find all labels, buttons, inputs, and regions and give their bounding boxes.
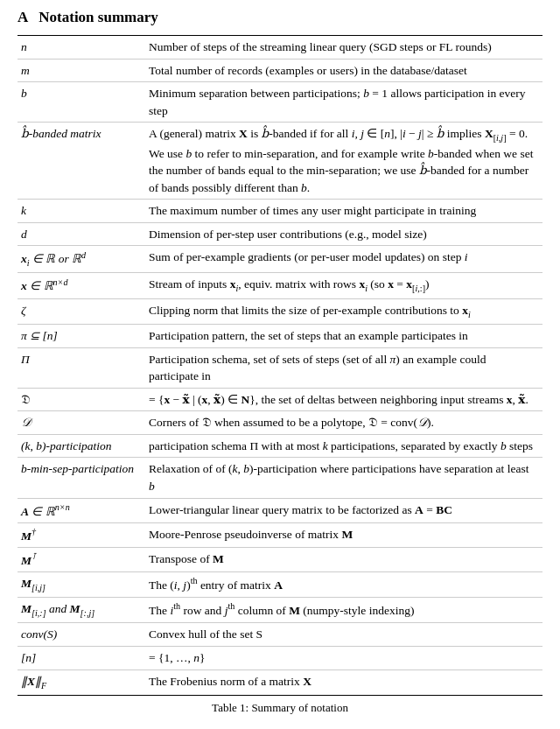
description-cell: Relaxation of of (k, b)-participation wh… xyxy=(149,458,542,498)
description-cell: Sum of per-example gradients (or per-use… xyxy=(149,246,542,273)
table-row: M[i,:] and M[:,j]The ith row and jth col… xyxy=(18,598,542,623)
section-title: Notation summary xyxy=(38,9,158,26)
table-row: x ∈ ℝn×dStream of inputs xi, equiv. matr… xyxy=(18,273,542,298)
symbol-cell: 𝒟 xyxy=(18,411,149,435)
table-row: b-min-sep-participationRelaxation of of … xyxy=(18,458,542,498)
symbol-cell: [n] xyxy=(18,646,149,669)
table-row: π ⊆ [n]Participation pattern, the set of… xyxy=(18,325,542,348)
symbol-cell: A ∈ ℝn×n xyxy=(18,498,149,522)
symbol-cell: M[i,j] xyxy=(18,571,149,597)
symbol-cell: d xyxy=(18,222,149,246)
table-row: M[i,j]The (i, j)th entry of matrix A xyxy=(18,571,542,597)
section-heading: A Notation summary xyxy=(18,9,542,26)
description-cell: Clipping norm that limits the size of pe… xyxy=(149,298,542,324)
symbol-cell: M⊺ xyxy=(18,547,149,571)
description-cell: Transpose of M xyxy=(149,547,542,571)
description-cell: Number of steps of the streaming linear … xyxy=(149,36,542,60)
symbol-cell: (k, b)-participation xyxy=(18,434,149,458)
symbol-cell: ‖X‖F xyxy=(18,669,149,695)
symbol-cell: n xyxy=(18,36,149,60)
symbol-cell: π ⊆ [n] xyxy=(18,325,149,348)
table-caption: Table 1: Summary of notation xyxy=(18,701,542,715)
description-cell: A (general) matrix X is b̂-banded if for… xyxy=(149,123,542,200)
table-row: ‖X‖FThe Frobenius norm of a matrix X xyxy=(18,669,542,695)
description-cell: Corners of 𝔇 when assumed to be a polyto… xyxy=(149,411,542,435)
description-cell: The (i, j)th entry of matrix A xyxy=(149,571,542,597)
description-cell: Participation schema, set of sets of ste… xyxy=(149,347,542,388)
table-row: A ∈ ℝn×nLower-triangular linear query ma… xyxy=(18,498,542,522)
description-cell: Total number of records (examples or use… xyxy=(149,59,542,82)
table-row: nNumber of steps of the streaming linear… xyxy=(18,36,542,60)
notation-table: nNumber of steps of the streaming linear… xyxy=(18,35,542,696)
table-row: ΠParticipation schema, set of sets of st… xyxy=(18,347,542,388)
section-letter: A xyxy=(18,9,28,26)
symbol-cell: b xyxy=(18,82,149,123)
table-row: kThe maximum number of times any user mi… xyxy=(18,200,542,223)
description-cell: = {1, …, n} xyxy=(149,646,542,669)
description-cell: The ith row and jth column of M (numpy-s… xyxy=(149,598,542,623)
description-cell: Participation pattern, the set of steps … xyxy=(149,325,542,348)
description-cell: participation schema Π with at most k pa… xyxy=(149,434,542,458)
table-row: bMinimum separation between participatio… xyxy=(18,82,542,123)
table-row: dDimension of per-step user contribution… xyxy=(18,222,542,246)
table-row: 𝒟Corners of 𝔇 when assumed to be a polyt… xyxy=(18,411,542,435)
table-row: xi ∈ ℝ or ℝdSum of per-example gradients… xyxy=(18,246,542,273)
symbol-cell: 𝔇 xyxy=(18,388,149,411)
description-cell: Convex hull of the set S xyxy=(149,623,542,647)
description-cell: Minimum separation between participation… xyxy=(149,82,542,123)
description-cell: Lower-triangular linear query matrix to … xyxy=(149,498,542,522)
symbol-cell: x ∈ ℝn×d xyxy=(18,273,149,298)
table-row: M†Moore-Penrose pseudoinverse of matrix … xyxy=(18,522,542,547)
symbol-cell: m xyxy=(18,59,149,82)
symbol-cell: xi ∈ ℝ or ℝd xyxy=(18,246,149,273)
symbol-cell: M† xyxy=(18,522,149,547)
description-cell: The Frobenius norm of a matrix X xyxy=(149,669,542,695)
symbol-cell: M[i,:] and M[:,j] xyxy=(18,598,149,623)
symbol-cell: ζ xyxy=(18,298,149,324)
description-cell: Stream of inputs xi, equiv. matrix with … xyxy=(149,273,542,298)
description-cell: Dimension of per-step user contributions… xyxy=(149,222,542,246)
table-row: [n]= {1, …, n} xyxy=(18,646,542,669)
symbol-cell: conv(S) xyxy=(18,623,149,647)
symbol-cell: Π xyxy=(18,347,149,388)
description-cell: The maximum number of times any user mig… xyxy=(149,200,542,223)
description-cell: = {x − x̃ | (x, x̃) ∈ N}, the set of del… xyxy=(149,388,542,411)
description-cell: Moore-Penrose pseudoinverse of matrix M xyxy=(149,522,542,547)
table-row: conv(S)Convex hull of the set S xyxy=(18,623,542,647)
table-row: (k, b)-participationparticipation schema… xyxy=(18,434,542,458)
symbol-cell: b̂-banded matrix xyxy=(18,123,149,200)
table-row: 𝔇= {x − x̃ | (x, x̃) ∈ N}, the set of de… xyxy=(18,388,542,411)
table-row: ζClipping norm that limits the size of p… xyxy=(18,298,542,324)
table-row: b̂-banded matrixA (general) matrix X is … xyxy=(18,123,542,200)
symbol-cell: b-min-sep-participation xyxy=(18,458,149,498)
symbol-cell: k xyxy=(18,200,149,223)
table-row: M⊺Transpose of M xyxy=(18,547,542,571)
table-row: mTotal number of records (examples or us… xyxy=(18,59,542,82)
